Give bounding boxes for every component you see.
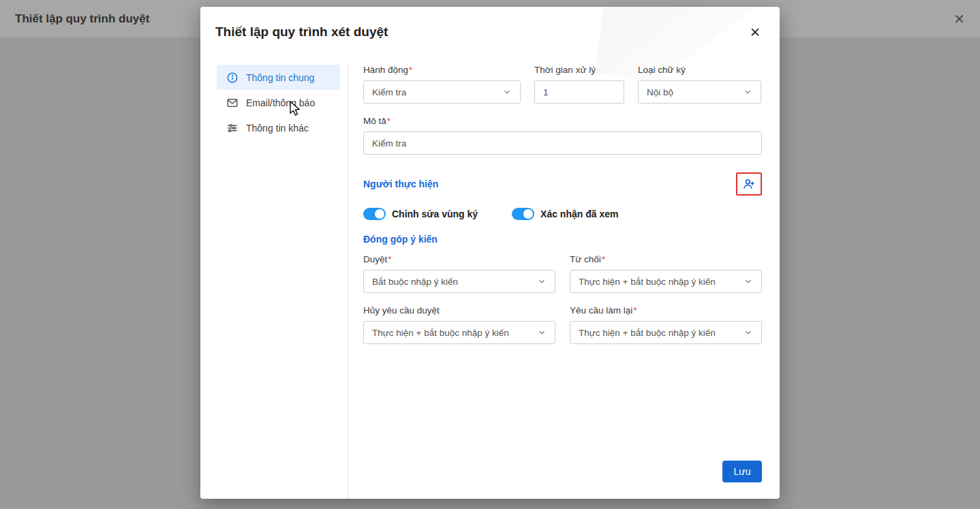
required-marker: * xyxy=(633,305,637,315)
processing-time-value: 1 xyxy=(543,87,549,97)
signature-type-label: Loại chữ ký xyxy=(638,65,761,75)
required-marker: * xyxy=(409,65,412,75)
email-icon xyxy=(226,97,239,109)
performer-section-title: Người thực hiện xyxy=(363,179,438,189)
feedback-section-title: Đóng góp ý kiến xyxy=(363,234,762,245)
processing-time-input[interactable]: 1 xyxy=(534,80,624,104)
sidebar-item-general-info[interactable]: Thông tin chung xyxy=(217,65,340,90)
chevron-down-icon xyxy=(744,328,753,337)
description-value: Kiểm tra xyxy=(372,138,406,149)
chevron-down-icon xyxy=(744,277,753,286)
chevron-down-icon xyxy=(743,87,752,97)
sidebar-item-other-info[interactable]: Thông tin khác xyxy=(217,115,340,140)
edit-sign-area-toggle[interactable] xyxy=(363,208,386,220)
signature-type-select[interactable]: Nội bộ xyxy=(638,80,761,104)
redo-request-select[interactable]: Thực hiện + bắt buộc nhập ý kiến xyxy=(570,321,762,344)
background-close-icon[interactable]: ✕ xyxy=(953,12,965,26)
tune-icon xyxy=(226,122,239,134)
cancel-request-label: Hủy yêu cầu duyệt xyxy=(363,305,555,315)
approve-label: Duyệt* xyxy=(363,254,555,264)
person-add-icon xyxy=(742,177,756,191)
modal-sidebar: Thông tin chung Email/thông báo xyxy=(200,63,348,499)
cancel-request-value: Thực hiện + bắt buộc nhập ý kiến xyxy=(372,328,509,338)
action-value: Kiểm tra xyxy=(372,87,406,97)
modal-footer: Lưu xyxy=(363,461,762,482)
action-label: Hành động* xyxy=(363,65,521,75)
add-person-button[interactable] xyxy=(736,172,762,196)
sidebar-item-email-notification[interactable]: Email/thông báo xyxy=(217,90,340,115)
description-input[interactable]: Kiểm tra xyxy=(363,132,762,155)
required-marker: * xyxy=(602,254,605,264)
reject-value: Thực hiện + bắt buộc nhập ý kiến xyxy=(579,277,716,287)
sidebar-item-label: Thông tin khác xyxy=(246,123,309,134)
approval-process-modal: Thiết lập quy trình xét duyệt ✕ Thông ti… xyxy=(200,7,780,499)
processing-time-label: Thời gian xử lý xyxy=(534,65,624,75)
modal-content: Hành động* Kiểm tra Thời gian xử lý 1 Lo… xyxy=(348,63,780,499)
chevron-down-icon xyxy=(537,277,547,286)
info-icon xyxy=(226,72,239,84)
description-label: Mô tả* xyxy=(363,116,762,126)
page-title: Thiết lập quy trình duyệt xyxy=(15,12,149,26)
redo-request-label: Yêu cầu làm lại* xyxy=(570,305,762,315)
approve-value: Bắt buộc nhập ý kiến xyxy=(372,277,458,287)
confirm-seen-label: Xác nhận đã xem xyxy=(540,209,618,219)
modal-title: Thiết lập quy trình xét duyệt xyxy=(215,25,388,40)
save-button[interactable]: Lưu xyxy=(722,461,762,482)
confirm-seen-toggle[interactable] xyxy=(512,208,534,220)
edit-sign-area-label: Chỉnh sửa vùng ký xyxy=(392,209,478,219)
action-select[interactable]: Kiểm tra xyxy=(363,80,521,104)
modal-close-icon[interactable]: ✕ xyxy=(748,25,762,40)
sidebar-item-label: Thông tin chung xyxy=(246,72,314,83)
chevron-down-icon xyxy=(537,328,547,337)
required-marker: * xyxy=(388,254,391,264)
chevron-down-icon xyxy=(502,87,512,97)
modal-header: Thiết lập quy trình xét duyệt ✕ xyxy=(200,7,780,40)
redo-request-value: Thực hiện + bắt buộc nhập ý kiến xyxy=(579,328,716,338)
sidebar-item-label: Email/thông báo xyxy=(246,97,315,108)
required-marker: * xyxy=(387,116,391,126)
signature-type-value: Nội bộ xyxy=(647,87,673,97)
cancel-request-select[interactable]: Thực hiện + bắt buộc nhập ý kiến xyxy=(363,321,555,344)
reject-label: Từ chối* xyxy=(570,254,762,264)
reject-select[interactable]: Thực hiện + bắt buộc nhập ý kiến xyxy=(570,270,762,293)
approve-select[interactable]: Bắt buộc nhập ý kiến xyxy=(363,270,555,293)
